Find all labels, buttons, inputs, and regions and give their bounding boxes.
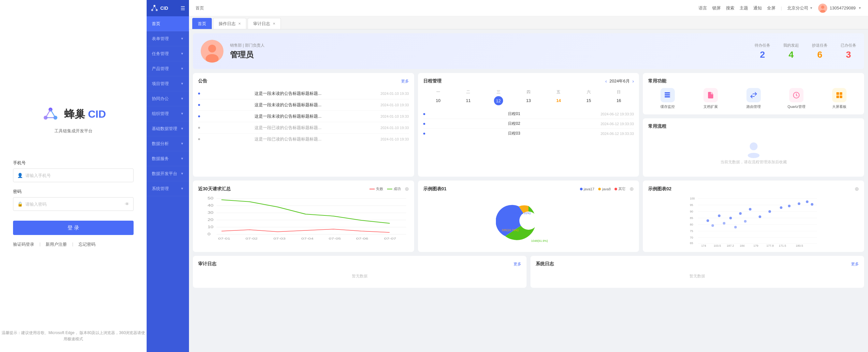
logo-text: 蜂巢 CID — [64, 107, 106, 122]
sidebar-item-org[interactable]: 组织管理 ▼ — [147, 106, 189, 121]
func-item-dashboard[interactable]: 大屏看板 — [820, 88, 859, 109]
tab-operation-log[interactable]: 操作日志 ✕ — [213, 18, 246, 29]
fullscreen-btn[interactable]: 全屏 — [767, 5, 775, 11]
chevron-down-icon: ▼ — [181, 97, 184, 100]
func-label: 路由管理 — [746, 104, 761, 109]
theme-btn[interactable]: 主题 — [740, 5, 748, 11]
cal-day[interactable]: 15 — [574, 96, 604, 105]
system-log-empty: 暂无数据 — [536, 269, 859, 283]
ann-time: 2024-01-10 19:33 — [380, 103, 409, 107]
notify-btn[interactable]: 通知 — [753, 5, 762, 11]
stats: 待办任务 2 我的发起 4 抄送任务 6 已办任务 3 — [754, 43, 856, 60]
schedule-name: 日程03 — [508, 131, 520, 136]
verify-login-link[interactable]: 验证码登录 — [13, 241, 34, 247]
cal-day[interactable]: 10 — [423, 96, 453, 105]
cal-day[interactable]: 16 — [604, 96, 634, 105]
cal-day[interactable]: 13 — [514, 96, 544, 105]
func-item-docs[interactable]: 文档扩展 — [691, 88, 730, 109]
language-btn[interactable]: 语言 — [699, 5, 707, 11]
svg-text:100: 100 — [690, 197, 695, 200]
stat-done: 已办任务 3 — [841, 43, 856, 60]
more-link[interactable]: 更多 — [401, 79, 409, 84]
dash-grid-1: 公告 更多 这是一段未读的公告标题标题标题... 2024-01-10 19:3… — [193, 73, 864, 177]
line-chart-svg: 50 40 30 20 10 0 — [198, 195, 409, 240]
next-month-btn[interactable]: › — [632, 79, 634, 84]
chart2-card: 示例图表01 java17 java8 其它 — [418, 181, 639, 252]
top-bar: 首页 语言 锁屏 搜索 主题 通知 全屏 | 北京分公司 ▼ — [189, 0, 868, 16]
sidebar-item-project[interactable]: 项目管理 ▼ — [147, 76, 189, 91]
branch-select[interactable]: 北京分公司 ▼ — [787, 5, 813, 11]
system-log-more[interactable]: 更多 — [851, 261, 859, 267]
schedule-item: 日程03 2024-06-12 19:33:33 — [423, 129, 634, 138]
svg-text:65: 65 — [690, 241, 693, 245]
phone-input[interactable] — [25, 173, 129, 178]
flow-empty: 当前无数据，请在流程管理添加后收藏 — [648, 133, 859, 171]
login-button[interactable]: 登 录 — [13, 221, 133, 235]
func-item-cache[interactable]: 缓存监控 — [648, 88, 687, 109]
svg-text:70: 70 — [690, 236, 693, 239]
schedule-name: 日程01 — [508, 111, 520, 117]
chart1-expand-icon[interactable]: ⊕ — [405, 186, 409, 192]
tab-close-icon[interactable]: ✕ — [273, 22, 275, 25]
tab-home[interactable]: 首页 — [192, 18, 212, 29]
svg-point-84 — [723, 222, 725, 225]
svg-text:180.5: 180.5 — [796, 244, 804, 247]
password-input[interactable] — [25, 202, 122, 207]
legend-java17: java17 — [580, 186, 594, 192]
password-input-wrap[interactable]: 🔒 👁 — [13, 197, 133, 211]
audit-log-card: 审计日志 更多 暂无数据 — [193, 256, 527, 288]
phone-input-wrap[interactable]: 👤 — [13, 169, 133, 182]
func-item-quartz[interactable]: Quartz管理 — [777, 88, 816, 109]
sidebar-item-label: 组织管理 — [152, 111, 181, 117]
avatar — [201, 40, 223, 63]
sidebar-item-collab[interactable]: 协同办公 ▼ — [147, 91, 189, 106]
schedule-item: 日程01 2024-06-12 19:33:33 — [423, 109, 634, 119]
chart2-expand-icon[interactable]: ⊕ — [629, 186, 634, 192]
svg-point-77 — [769, 210, 771, 213]
tab-label: 操作日志 — [219, 21, 236, 27]
tab-close-icon[interactable]: ✕ — [238, 22, 241, 25]
svg-text:50: 50 — [208, 197, 213, 200]
svg-point-15 — [208, 45, 216, 53]
sidebar-item-product[interactable]: 产品管理 ▼ — [147, 61, 189, 76]
lock-btn[interactable]: 锁屏 — [712, 5, 721, 11]
card-title: 常用功能 — [648, 78, 666, 84]
tab-audit-log[interactable]: 审计日志 ✕ — [248, 18, 281, 29]
cal-day-today[interactable]: 12 — [494, 96, 503, 105]
divider2: | — [72, 241, 73, 247]
eye-icon[interactable]: 👁 — [125, 201, 129, 207]
sidebar-item-basedata[interactable]: 基础数据管理 ▼ — [147, 121, 189, 136]
prev-month-btn[interactable]: ‹ — [606, 79, 607, 84]
sidebar-item-label: 系统管理 — [152, 186, 181, 192]
sidebar-item-task[interactable]: 任务管理 ▼ — [147, 46, 189, 61]
stat-value: 2 — [754, 50, 770, 60]
chart3-expand-icon[interactable]: ⊕ — [855, 186, 859, 192]
audit-log-empty: 暂无数据 — [198, 269, 521, 283]
svg-rect-28 — [836, 95, 839, 98]
cal-day-header: 三 — [483, 88, 513, 96]
audit-system-row: 审计日志 更多 暂无数据 系统日志 更多 暂无数据 — [193, 256, 864, 288]
sidebar-item-form[interactable]: 表单管理 ▼ — [147, 31, 189, 46]
stat-value: 6 — [812, 50, 828, 60]
schedule-time: 2024-06-12 19:33:33 — [600, 122, 634, 126]
user-info[interactable]: 13054729089 ▼ — [818, 4, 862, 13]
forgot-link[interactable]: 忘记密码 — [79, 241, 95, 247]
sidebar-item-analytics[interactable]: 数据分析 ▼ — [147, 136, 189, 151]
func-label: Quartz管理 — [787, 104, 805, 109]
audit-log-header: 审计日志 更多 — [198, 261, 521, 267]
audit-log-more[interactable]: 更多 — [514, 261, 521, 267]
java17-dot-icon — [580, 188, 583, 190]
ann-item: 这是一段未读的公告标题标题标题... 2024-01-10 19:33 — [198, 111, 409, 122]
search-btn[interactable]: 搜索 — [726, 5, 735, 11]
cal-day-highlight[interactable]: 14 — [544, 96, 574, 105]
menu-toggle-icon[interactable]: ☰ — [181, 5, 185, 11]
sidebar-item-devplatform[interactable]: 数据开发平台 ▼ — [147, 166, 189, 181]
svg-text:103.5: 103.5 — [714, 244, 721, 247]
func-item-route[interactable]: 路由管理 — [734, 88, 773, 109]
sidebar-item-sysmanage[interactable]: 系统管理 ▼ — [147, 181, 189, 196]
sidebar-item-home[interactable]: 首页 — [147, 16, 189, 31]
register-link[interactable]: 新用户注册 — [45, 241, 67, 247]
svg-rect-27 — [840, 92, 842, 95]
sidebar-item-dataservice[interactable]: 数据服务 ▼ — [147, 151, 189, 166]
cal-day[interactable]: 11 — [453, 96, 483, 105]
